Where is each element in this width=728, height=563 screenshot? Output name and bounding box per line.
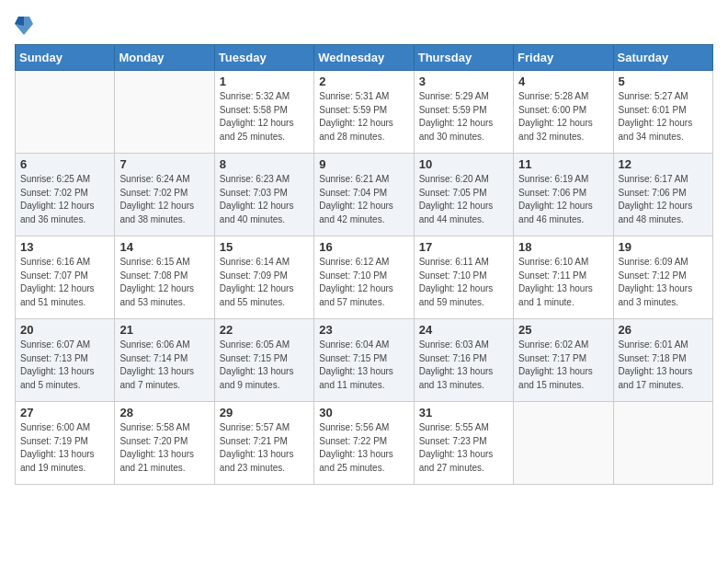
calendar-cell: 27Sunrise: 6:00 AM Sunset: 7:19 PM Dayli… [16, 402, 115, 485]
calendar-cell: 23Sunrise: 6:04 AM Sunset: 7:15 PM Dayli… [314, 319, 414, 402]
calendar-cell: 6Sunrise: 6:25 AM Sunset: 7:02 PM Daylig… [16, 154, 115, 236]
day-number: 9 [319, 157, 408, 171]
day-number: 11 [518, 157, 608, 171]
calendar-cell: 2Sunrise: 5:31 AM Sunset: 5:59 PM Daylig… [314, 71, 414, 154]
calendar-cell: 8Sunrise: 6:23 AM Sunset: 7:03 PM Daylig… [214, 154, 313, 236]
day-number: 20 [20, 323, 109, 337]
calendar-header-row: SundayMondayTuesdayWednesdayThursdayFrid… [16, 45, 713, 71]
day-number: 28 [119, 406, 209, 419]
day-number: 14 [119, 240, 209, 254]
calendar-cell [613, 402, 712, 485]
day-number: 25 [518, 323, 608, 337]
day-info: Sunrise: 6:07 AM Sunset: 7:13 PM Dayligh… [20, 339, 109, 392]
calendar-cell: 26Sunrise: 6:01 AM Sunset: 7:18 PM Dayli… [613, 319, 712, 402]
calendar-week-row: 20Sunrise: 6:07 AM Sunset: 7:13 PM Dayli… [16, 319, 713, 402]
calendar-header-monday: Monday [115, 45, 214, 71]
day-info: Sunrise: 5:58 AM Sunset: 7:20 PM Dayligh… [119, 421, 209, 475]
day-number: 12 [619, 157, 708, 171]
day-number: 7 [119, 157, 209, 171]
calendar-header-thursday: Thursday [414, 45, 513, 71]
calendar-cell [16, 71, 115, 154]
day-number: 5 [619, 75, 708, 88]
day-info: Sunrise: 6:00 AM Sunset: 7:19 PM Dayligh… [20, 421, 109, 475]
calendar-cell: 16Sunrise: 6:12 AM Sunset: 7:10 PM Dayli… [314, 236, 414, 319]
logo [15, 15, 37, 37]
calendar-cell: 13Sunrise: 6:16 AM Sunset: 7:07 PM Dayli… [16, 236, 115, 319]
day-number: 15 [220, 240, 309, 254]
calendar-cell: 28Sunrise: 5:58 AM Sunset: 7:20 PM Dayli… [115, 402, 214, 485]
calendar-cell: 30Sunrise: 5:56 AM Sunset: 7:22 PM Dayli… [314, 402, 414, 485]
day-number: 10 [419, 157, 508, 171]
calendar-cell: 5Sunrise: 5:27 AM Sunset: 6:01 PM Daylig… [613, 71, 712, 154]
day-info: Sunrise: 6:10 AM Sunset: 7:11 PM Dayligh… [518, 256, 608, 309]
calendar-header-tuesday: Tuesday [214, 45, 313, 71]
calendar-cell: 31Sunrise: 5:55 AM Sunset: 7:23 PM Dayli… [414, 402, 513, 485]
day-info: Sunrise: 5:27 AM Sunset: 6:01 PM Dayligh… [619, 90, 708, 144]
calendar-cell: 1Sunrise: 5:32 AM Sunset: 5:58 PM Daylig… [214, 71, 313, 154]
calendar-cell: 25Sunrise: 6:02 AM Sunset: 7:17 PM Dayli… [514, 319, 613, 402]
calendar-header-saturday: Saturday [613, 45, 712, 71]
day-number: 22 [220, 323, 309, 337]
calendar-cell: 11Sunrise: 6:19 AM Sunset: 7:06 PM Dayli… [514, 154, 613, 236]
day-info: Sunrise: 6:06 AM Sunset: 7:14 PM Dayligh… [119, 339, 209, 392]
day-info: Sunrise: 6:23 AM Sunset: 7:03 PM Dayligh… [220, 173, 309, 226]
calendar-week-row: 6Sunrise: 6:25 AM Sunset: 7:02 PM Daylig… [16, 154, 713, 236]
day-number: 18 [518, 240, 608, 254]
calendar-week-row: 27Sunrise: 6:00 AM Sunset: 7:19 PM Dayli… [16, 402, 713, 485]
day-number: 6 [20, 157, 109, 171]
calendar-cell: 24Sunrise: 6:03 AM Sunset: 7:16 PM Dayli… [414, 319, 513, 402]
day-number: 21 [119, 323, 209, 337]
day-info: Sunrise: 6:01 AM Sunset: 7:18 PM Dayligh… [619, 339, 708, 392]
calendar-table: SundayMondayTuesdayWednesdayThursdayFrid… [15, 44, 713, 485]
calendar-cell: 9Sunrise: 6:21 AM Sunset: 7:04 PM Daylig… [314, 154, 414, 236]
day-info: Sunrise: 6:03 AM Sunset: 7:16 PM Dayligh… [419, 339, 508, 392]
calendar-cell: 10Sunrise: 6:20 AM Sunset: 7:05 PM Dayli… [414, 154, 513, 236]
calendar-week-row: 13Sunrise: 6:16 AM Sunset: 7:07 PM Dayli… [16, 236, 713, 319]
day-info: Sunrise: 6:02 AM Sunset: 7:17 PM Dayligh… [518, 339, 608, 392]
calendar-cell [514, 402, 613, 485]
day-number: 31 [419, 406, 508, 419]
day-info: Sunrise: 6:20 AM Sunset: 7:05 PM Dayligh… [419, 173, 508, 226]
day-number: 8 [220, 157, 309, 171]
day-info: Sunrise: 6:19 AM Sunset: 7:06 PM Dayligh… [518, 173, 608, 226]
day-info: Sunrise: 6:24 AM Sunset: 7:02 PM Dayligh… [119, 173, 209, 226]
day-info: Sunrise: 5:32 AM Sunset: 5:58 PM Dayligh… [220, 90, 309, 144]
day-number: 16 [319, 240, 408, 254]
day-number: 19 [619, 240, 708, 254]
calendar-header-wednesday: Wednesday [314, 45, 414, 71]
day-number: 13 [20, 240, 109, 254]
calendar-cell: 22Sunrise: 6:05 AM Sunset: 7:15 PM Dayli… [214, 319, 313, 402]
day-number: 2 [319, 75, 408, 88]
calendar-cell: 21Sunrise: 6:06 AM Sunset: 7:14 PM Dayli… [115, 319, 214, 402]
day-number: 23 [319, 323, 408, 337]
day-info: Sunrise: 6:05 AM Sunset: 7:15 PM Dayligh… [220, 339, 309, 392]
day-info: Sunrise: 5:55 AM Sunset: 7:23 PM Dayligh… [419, 421, 508, 475]
calendar-cell: 20Sunrise: 6:07 AM Sunset: 7:13 PM Dayli… [16, 319, 115, 402]
day-number: 3 [419, 75, 508, 88]
calendar-cell: 7Sunrise: 6:24 AM Sunset: 7:02 PM Daylig… [115, 154, 214, 236]
calendar-cell: 4Sunrise: 5:28 AM Sunset: 6:00 PM Daylig… [514, 71, 613, 154]
day-info: Sunrise: 6:15 AM Sunset: 7:08 PM Dayligh… [119, 256, 209, 309]
day-number: 24 [419, 323, 508, 337]
calendar-cell [115, 71, 214, 154]
calendar-week-row: 1Sunrise: 5:32 AM Sunset: 5:58 PM Daylig… [16, 71, 713, 154]
day-info: Sunrise: 6:25 AM Sunset: 7:02 PM Dayligh… [20, 173, 109, 226]
calendar-cell: 15Sunrise: 6:14 AM Sunset: 7:09 PM Dayli… [214, 236, 313, 319]
day-number: 27 [20, 406, 109, 419]
calendar-cell: 18Sunrise: 6:10 AM Sunset: 7:11 PM Dayli… [514, 236, 613, 319]
day-number: 29 [220, 406, 309, 419]
day-number: 30 [319, 406, 408, 419]
day-info: Sunrise: 6:09 AM Sunset: 7:12 PM Dayligh… [619, 256, 708, 309]
day-info: Sunrise: 6:11 AM Sunset: 7:10 PM Dayligh… [419, 256, 508, 309]
day-info: Sunrise: 5:28 AM Sunset: 6:00 PM Dayligh… [518, 90, 608, 144]
calendar-cell: 14Sunrise: 6:15 AM Sunset: 7:08 PM Dayli… [115, 236, 214, 319]
day-number: 4 [518, 75, 608, 88]
day-number: 26 [619, 323, 708, 337]
day-info: Sunrise: 6:12 AM Sunset: 7:10 PM Dayligh… [319, 256, 408, 309]
calendar-cell: 3Sunrise: 5:29 AM Sunset: 5:59 PM Daylig… [414, 71, 513, 154]
day-info: Sunrise: 6:17 AM Sunset: 7:06 PM Dayligh… [619, 173, 708, 226]
day-info: Sunrise: 6:16 AM Sunset: 7:07 PM Dayligh… [20, 256, 109, 309]
header [15, 15, 713, 37]
day-number: 1 [220, 75, 309, 88]
day-info: Sunrise: 6:21 AM Sunset: 7:04 PM Dayligh… [319, 173, 408, 226]
